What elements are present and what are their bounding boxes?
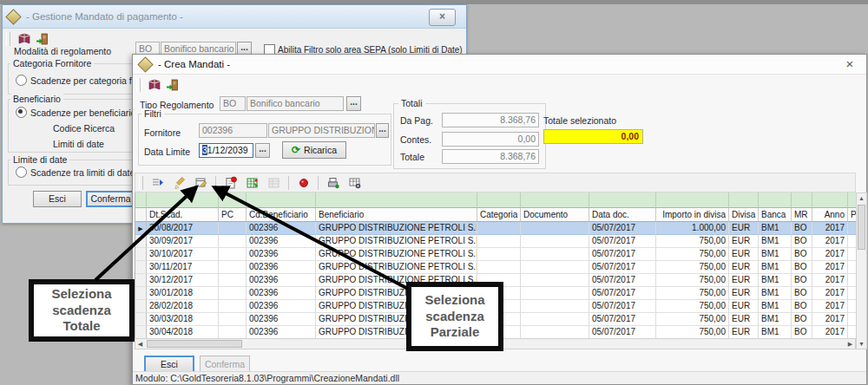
grid-cell[interactable] bbox=[477, 235, 521, 248]
close-button[interactable]: × bbox=[842, 56, 858, 72]
grid-cell[interactable] bbox=[521, 274, 589, 287]
esci-button[interactable]: Esci bbox=[144, 356, 194, 373]
grid-cell[interactable] bbox=[219, 326, 247, 338]
filter-cell[interactable] bbox=[729, 192, 759, 208]
limite-di-date-radio-label[interactable]: Scadenze tra limiti di date bbox=[30, 167, 135, 178]
tipo-regolamento-value-field[interactable]: Bonifico bancario bbox=[247, 96, 344, 111]
exit-door-icon[interactable] bbox=[166, 78, 180, 92]
grid-cell[interactable]: 002396 bbox=[247, 235, 316, 248]
grid-cell[interactable]: 05/07/2017 bbox=[589, 300, 656, 313]
properties-icon[interactable] bbox=[191, 173, 211, 192]
grid-cell[interactable] bbox=[219, 274, 247, 287]
grid-cell[interactable]: 750,00 bbox=[656, 274, 729, 287]
grid-cell[interactable]: 05/07/2017 bbox=[589, 287, 656, 300]
grid-cell[interactable] bbox=[521, 248, 589, 261]
scroll-down-icon[interactable]: ▼ bbox=[857, 339, 866, 349]
data-limite-field[interactable]: 31/12/2039 bbox=[199, 143, 253, 158]
grid-cell[interactable]: 05/07/2017 bbox=[589, 326, 656, 338]
select-partial-icon[interactable] bbox=[242, 173, 262, 192]
grid-cell[interactable]: BO bbox=[792, 313, 812, 326]
column-header-documento[interactable]: Documento bbox=[521, 208, 589, 222]
grid-cell[interactable]: 2017 bbox=[812, 326, 848, 338]
filter-cell[interactable] bbox=[477, 192, 521, 208]
grid-cell[interactable]: 2017 bbox=[812, 274, 848, 287]
grid-cell[interactable] bbox=[521, 313, 589, 326]
beneficiario-radio-label[interactable]: Scadenze per beneficiario bbox=[30, 108, 135, 118]
grid-cell[interactable]: 750,00 bbox=[656, 248, 729, 261]
grid-cell[interactable] bbox=[477, 248, 521, 261]
beneficiario-radio[interactable] bbox=[16, 107, 27, 118]
grid-cell[interactable]: GRUPPO DISTRIBUZIONE PETROLI S.R.L. bbox=[316, 261, 477, 274]
grid-cell[interactable] bbox=[219, 287, 247, 300]
column-header-categoria[interactable]: Categoria bbox=[477, 208, 521, 222]
fornitore-name-field[interactable]: GRUPPO DISTRIBUZIONE F bbox=[268, 123, 375, 138]
grid-cell[interactable]: 30/03/2018 bbox=[147, 313, 219, 326]
grid-cell[interactable]: 05/07/2017 bbox=[589, 274, 656, 287]
categoria-fornitore-radio[interactable] bbox=[16, 75, 27, 86]
grid-cell[interactable]: BM1 bbox=[759, 222, 792, 235]
grid-cell[interactable]: 2017 bbox=[812, 248, 848, 261]
grid-cell[interactable]: 002396 bbox=[247, 287, 316, 300]
grid-cell[interactable]: 30/09/2017 bbox=[147, 235, 219, 248]
grid-cell[interactable]: 05/07/2017 bbox=[589, 261, 656, 274]
grid-cell[interactable]: 750,00 bbox=[656, 235, 729, 248]
edit-pencil-icon[interactable] bbox=[169, 173, 189, 192]
filter-cell[interactable] bbox=[521, 192, 589, 208]
exit-door-icon[interactable] bbox=[36, 32, 49, 46]
grid-cell[interactable]: BO bbox=[792, 248, 812, 261]
grid-cell[interactable]: 002396 bbox=[247, 326, 316, 338]
grid-cell[interactable]: EUR bbox=[729, 235, 759, 248]
column-header-divisa[interactable]: Divisa+ bbox=[729, 208, 759, 222]
scroll-left-icon[interactable]: ◀ bbox=[135, 339, 145, 349]
grid-cell[interactable]: BO bbox=[792, 222, 812, 235]
grid-cell[interactable]: 30/08/2017 bbox=[147, 222, 219, 235]
grid-cell[interactable]: 750,00 bbox=[656, 261, 729, 274]
grid-cell[interactable] bbox=[219, 300, 247, 313]
grid-cell[interactable]: 30/04/2018 bbox=[147, 326, 219, 338]
grid-cell[interactable]: GRUPPO DISTRIBUZIONE PETROLI S.R.L. bbox=[316, 235, 477, 248]
grid-cell[interactable]: 750,00 bbox=[656, 287, 729, 300]
column-header-data-doc-[interactable]: Data doc. bbox=[589, 208, 656, 222]
filter-cell[interactable] bbox=[759, 192, 792, 208]
grid-cell[interactable]: 002396 bbox=[247, 222, 316, 235]
grid-cell[interactable] bbox=[848, 287, 856, 300]
grid-cell[interactable]: 002396 bbox=[247, 300, 316, 313]
grid-cell[interactable] bbox=[848, 261, 856, 274]
grid-cell[interactable]: 05/07/2017 bbox=[589, 313, 656, 326]
vertical-scrollbar[interactable]: ▲ ▼ bbox=[856, 192, 867, 349]
table-row[interactable]: ▶30/08/2017002396GRUPPO DISTRIBUZIONE PE… bbox=[135, 222, 856, 235]
grid-cell[interactable] bbox=[219, 235, 247, 248]
filter-cell[interactable] bbox=[247, 192, 316, 208]
grid-cell[interactable]: BM1 bbox=[759, 274, 792, 287]
grid-cell[interactable] bbox=[219, 222, 247, 235]
grid-cell[interactable]: 30/12/2017 bbox=[147, 274, 219, 287]
grid-cell[interactable]: 750,00 bbox=[656, 326, 729, 338]
conferma-button[interactable]: Conferma bbox=[200, 356, 250, 373]
deselect-all-icon[interactable] bbox=[293, 173, 313, 192]
grid-cell[interactable]: BO bbox=[792, 235, 812, 248]
grid-cell[interactable]: 2017 bbox=[812, 261, 848, 274]
ricarica-button[interactable]: ⟳ Ricarica bbox=[282, 141, 346, 159]
grid-cell[interactable]: EUR bbox=[729, 222, 759, 235]
filter-cell[interactable] bbox=[812, 192, 848, 208]
grid-cell[interactable] bbox=[848, 248, 856, 261]
grid-cell[interactable]: 28/02/2018 bbox=[147, 300, 219, 313]
grid-cell[interactable]: 750,00 bbox=[656, 300, 729, 313]
column-header-mr[interactable]: MR bbox=[792, 208, 812, 222]
grid-cell[interactable]: 2017 bbox=[812, 235, 848, 248]
grid-cell[interactable]: 05/07/2017 bbox=[589, 248, 656, 261]
grid-cell[interactable] bbox=[521, 222, 589, 235]
table-row[interactable]: 30/10/2017002396GRUPPO DISTRIBUZIONE PET… bbox=[135, 248, 856, 261]
grid-cell[interactable]: 30/10/2017 bbox=[147, 248, 219, 261]
filter-cell[interactable] bbox=[147, 192, 219, 208]
grid-cell[interactable]: BO bbox=[792, 300, 812, 313]
column-header-pc[interactable]: PC bbox=[219, 208, 247, 222]
grid-cell[interactable]: 30/11/2017 bbox=[147, 261, 219, 274]
column-header-importo-in-divisa[interactable]: Importo in divisa bbox=[656, 208, 729, 222]
grid-cell[interactable]: EUR bbox=[729, 313, 759, 326]
conferma-button[interactable]: Conferma bbox=[86, 191, 135, 207]
grid-cell[interactable]: 05/07/2017 bbox=[589, 222, 656, 235]
column-header-beneficiario[interactable]: Beneficiario bbox=[316, 208, 477, 222]
grid-cell[interactable]: EUR bbox=[729, 287, 759, 300]
grid-cell[interactable]: BM1 bbox=[759, 313, 792, 326]
